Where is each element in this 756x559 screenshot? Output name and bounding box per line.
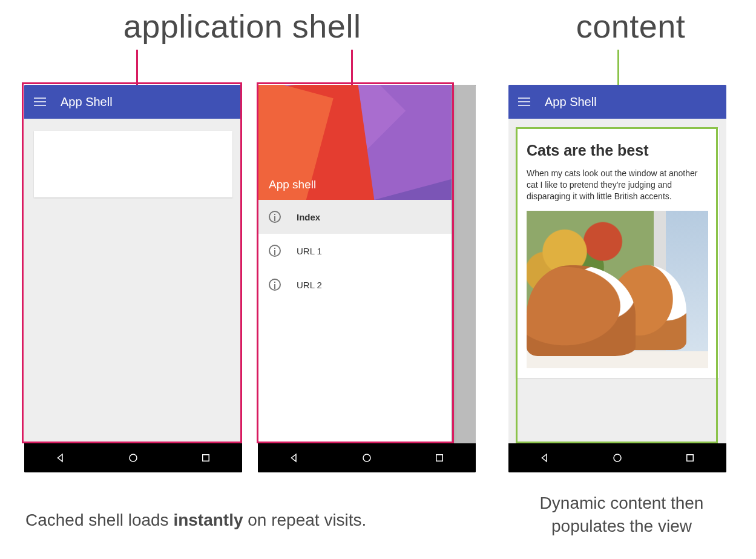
menu-icon[interactable] (34, 98, 46, 106)
recent-icon[interactable] (434, 452, 445, 463)
phone-shell-empty: App Shell (24, 85, 242, 472)
caption-text-bold: instantly (173, 511, 243, 529)
recent-icon[interactable] (685, 452, 695, 463)
app-bar: App Shell (508, 85, 726, 119)
back-icon[interactable] (539, 452, 550, 463)
svg-rect-5 (687, 455, 694, 461)
appbar-title: App Shell (61, 95, 113, 109)
empty-content-card (34, 131, 232, 197)
drawer-item-label: Index (297, 212, 320, 222)
drawer-header-title: App shell (269, 178, 316, 191)
info-icon (269, 245, 281, 257)
appbar-title: App Shell (545, 95, 597, 109)
app-bar: App Shell (24, 85, 242, 119)
drawer-header: App shell (258, 85, 452, 200)
info-icon (269, 211, 281, 223)
drawer-item-label: URL 1 (297, 246, 322, 256)
content-card: Cats are the best When my cats look out … (516, 128, 719, 378)
svg-rect-3 (436, 455, 443, 461)
connector-line (351, 50, 353, 86)
content-image (527, 211, 708, 368)
home-icon[interactable] (361, 452, 372, 463)
svg-rect-1 (203, 455, 209, 461)
caption-text: on repeat visits. (243, 511, 367, 529)
home-icon[interactable] (612, 452, 623, 463)
phone-content: App Shell Cats are the best When my cats… (508, 85, 726, 472)
heading-content: content (546, 7, 715, 45)
caption-content: Dynamic content then populates the view (510, 492, 734, 538)
android-nav-bar (24, 443, 242, 472)
info-icon (269, 279, 281, 291)
content-title: Cats are the best (527, 142, 708, 159)
caption-text: Cached shell loads (25, 511, 173, 529)
connector-line (136, 50, 138, 86)
svg-point-0 (130, 454, 137, 461)
menu-icon[interactable] (518, 98, 530, 106)
drawer-scrim[interactable] (452, 85, 476, 443)
heading-application-shell: application shell (91, 7, 393, 45)
navigation-drawer: App shell Index URL 1 URL 2 (258, 85, 452, 443)
content-body: When my cats look out the window at anot… (527, 168, 708, 202)
drawer-item-label: URL 2 (297, 280, 322, 290)
android-nav-bar (258, 443, 476, 472)
caption-shell: Cached shell loads instantly on repeat v… (25, 509, 449, 532)
svg-point-4 (614, 454, 621, 461)
back-icon[interactable] (55, 452, 66, 463)
recent-icon[interactable] (200, 452, 211, 463)
back-icon[interactable] (289, 452, 300, 463)
home-icon[interactable] (128, 452, 139, 463)
android-nav-bar (508, 443, 726, 472)
drawer-item-url2[interactable]: URL 2 (258, 268, 452, 302)
svg-point-2 (363, 454, 370, 461)
drawer-item-url1[interactable]: URL 1 (258, 234, 452, 268)
phone-shell-drawer: App shell Index URL 1 URL 2 (258, 85, 476, 472)
drawer-list: Index URL 1 URL 2 (258, 200, 452, 302)
drawer-item-index[interactable]: Index (258, 200, 452, 234)
